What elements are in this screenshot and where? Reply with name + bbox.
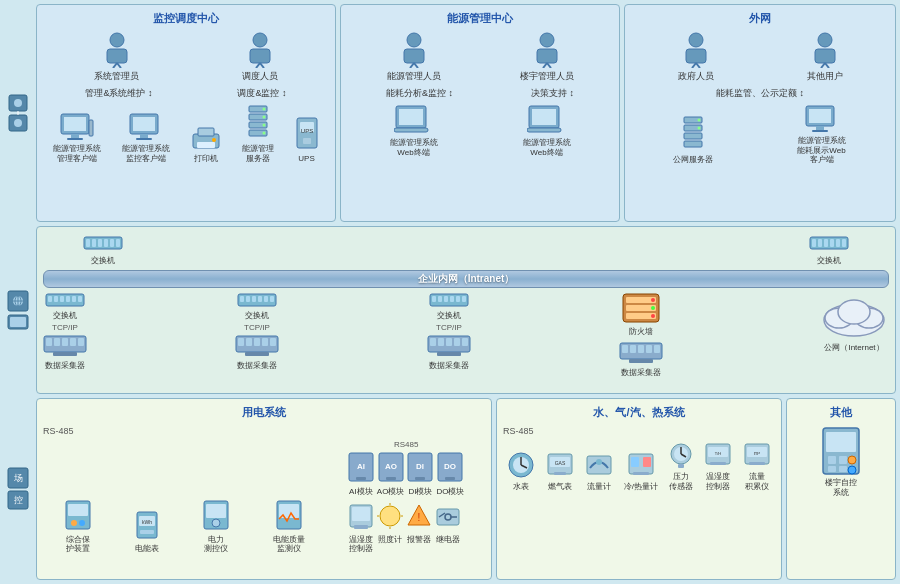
switch-bottom-2: 交换机 <box>237 292 277 321</box>
label-flow-meter: 流量计 <box>587 482 611 492</box>
svg-point-33 <box>262 132 265 135</box>
svg-point-52 <box>689 33 703 47</box>
svg-text:DI: DI <box>416 462 424 471</box>
label-collector-1: 数据采集器 <box>45 360 85 371</box>
label-firewall: 防火墙 <box>629 326 653 337</box>
svg-rect-48 <box>394 128 428 132</box>
svg-rect-93 <box>54 296 58 302</box>
internet-area: 公网（Internet） <box>819 292 889 353</box>
svg-rect-90 <box>842 239 846 247</box>
label-building-control: 楼宇自控系统 <box>825 478 857 497</box>
label-ups: UPS <box>298 154 314 164</box>
svg-rect-68 <box>816 126 824 130</box>
label-energy-display: 能源管理系统能耗展示Web客户端 <box>796 136 848 165</box>
monitoring-arrows: 管理&系统维护 ↕ 调度&监控 ↕ <box>43 87 329 100</box>
collector-1: 数据采集器 <box>43 334 87 371</box>
net-group-3: 交换机 TCP/IP 数据采集器 <box>427 292 471 371</box>
label-di-module: DI模块 <box>408 487 432 497</box>
svg-rect-125 <box>462 296 466 302</box>
svg-rect-205 <box>643 457 651 467</box>
svg-point-226 <box>848 456 856 464</box>
svg-rect-113 <box>238 338 244 346</box>
person-other-user: 其他用户 <box>807 32 843 83</box>
svg-point-9 <box>253 33 267 47</box>
dispatcher-label: 调度人员 <box>242 70 278 83</box>
svg-rect-162 <box>140 530 154 534</box>
label-power-ctrl: 电力测控仪 <box>204 535 228 554</box>
svg-rect-223 <box>839 456 847 464</box>
power-quality-icon <box>275 499 303 533</box>
svg-rect-88 <box>830 239 834 247</box>
firewall-device: 防火墙 <box>621 292 661 337</box>
network-icon-middle <box>7 290 29 330</box>
switch-icon-tl <box>83 233 123 253</box>
power-ctrl-icon <box>202 499 230 533</box>
svg-rect-225 <box>839 466 847 472</box>
svg-rect-92 <box>48 296 52 302</box>
device-energy-display: 能源管理系统能耗展示Web客户端 <box>796 104 848 165</box>
device-server: 能源管理服务器 <box>242 104 274 163</box>
svg-text:GAS: GAS <box>555 460 566 466</box>
label-collector-4: 数据采集器 <box>621 367 661 378</box>
svg-rect-219 <box>749 462 765 465</box>
panel-network: 交换机 交换机 企业内网（Intranet） <box>36 226 896 394</box>
water-rs485-label: RS-485 <box>503 426 775 436</box>
tcp-label-3: TCP/IP <box>436 323 462 332</box>
svg-rect-182 <box>354 525 368 529</box>
device-ai-module: AI AI模块 <box>348 451 374 497</box>
svg-rect-164 <box>206 504 226 518</box>
svg-rect-86 <box>818 239 822 247</box>
svg-point-138 <box>651 306 655 310</box>
gas-meter-icon: GAS <box>546 450 574 480</box>
svg-rect-215 <box>710 462 726 465</box>
svg-rect-87 <box>824 239 828 247</box>
flow-accum-icon: m³ <box>743 440 771 470</box>
svg-point-150 <box>838 300 870 324</box>
person-icon-gov <box>682 32 710 68</box>
svg-rect-85 <box>812 239 816 247</box>
panel-external: 外网 政府人员 <box>624 4 896 222</box>
svg-rect-120 <box>432 296 436 302</box>
laptop-icon-1 <box>394 104 434 136</box>
svg-text:场: 场 <box>13 473 23 483</box>
svg-text:AI: AI <box>357 462 365 471</box>
svg-text:UPS: UPS <box>300 128 312 134</box>
network-icon-top <box>7 93 29 133</box>
svg-rect-101 <box>62 338 68 346</box>
bottom-section: 场 控 用电系统 RS-485 综合保护装置 <box>4 398 896 580</box>
device-web-terminal-2: 能源管理系统Web终端 <box>523 104 571 157</box>
device-pressure: 压力传感器 <box>669 440 693 491</box>
electricity-devices-row: 综合保护装置 kWh 电能表 <box>43 440 485 554</box>
panel-external-title: 外网 <box>631 11 889 26</box>
svg-rect-143 <box>638 345 644 353</box>
collector-icon-3 <box>427 334 471 358</box>
svg-point-1 <box>14 99 22 107</box>
sidebar-left-top <box>4 4 32 222</box>
svg-rect-145 <box>654 345 660 353</box>
svg-point-64 <box>697 119 700 122</box>
svg-rect-109 <box>258 296 262 302</box>
svg-rect-6 <box>107 49 127 63</box>
svg-rect-81 <box>104 239 108 247</box>
svg-rect-222 <box>828 456 836 464</box>
ai-module-icon: AI <box>348 451 374 485</box>
svg-rect-102 <box>70 338 76 346</box>
svg-rect-80 <box>98 239 102 247</box>
person-gov: 政府人员 <box>678 32 714 83</box>
rs485-modules-label: RS485 <box>348 440 465 449</box>
pressure-icon <box>669 440 693 470</box>
svg-point-5 <box>110 33 124 47</box>
svg-rect-200 <box>554 472 566 475</box>
svg-point-30 <box>262 108 265 111</box>
device-ao-module: AO AO模块 <box>377 451 405 497</box>
svg-rect-50 <box>532 109 556 125</box>
laptop-icon-2 <box>527 104 567 136</box>
svg-rect-115 <box>254 338 260 346</box>
svg-point-137 <box>651 298 655 302</box>
svg-text:DO: DO <box>444 462 456 471</box>
svg-rect-97 <box>78 296 82 302</box>
net-group-1: 交换机 TCP/IP 数据采集器 <box>43 292 87 371</box>
svg-rect-142 <box>630 345 636 353</box>
arrow-supervision: 能耗监管、公示定额 ↕ <box>716 87 804 100</box>
label-switch-tl: 交换机 <box>91 255 115 266</box>
